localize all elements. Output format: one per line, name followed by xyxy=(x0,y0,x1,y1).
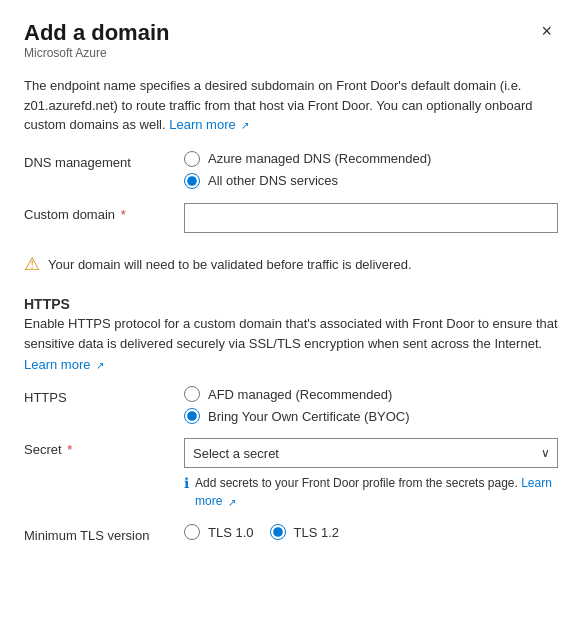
https-section: HTTPS Enable HTTPS protocol for a custom… xyxy=(24,296,558,372)
description-body: The endpoint name specifies a desired su… xyxy=(24,78,533,132)
tls12-option[interactable]: TLS 1.2 xyxy=(270,524,340,540)
https-byoc-option[interactable]: Bring Your Own Certificate (BYOC) xyxy=(184,408,558,424)
close-button[interactable]: × xyxy=(535,20,558,42)
https-external-link-icon: ↗ xyxy=(96,360,104,371)
tls10-label: TLS 1.0 xyxy=(208,525,254,540)
tls10-radio[interactable] xyxy=(184,524,200,540)
dns-azure-radio[interactable] xyxy=(184,151,200,167)
external-link-icon: ↗ xyxy=(241,120,249,131)
secret-info-text: Add secrets to your Front Door profile f… xyxy=(195,474,558,510)
https-label: HTTPS xyxy=(24,386,184,405)
warning-text: Your domain will need to be validated be… xyxy=(48,255,412,275)
page-subtitle: Microsoft Azure xyxy=(24,46,169,60)
https-radio-row: HTTPS AFD managed (Recommended) Bring Yo… xyxy=(24,386,558,424)
dns-azure-option[interactable]: Azure managed DNS (Recommended) xyxy=(184,151,558,167)
dns-azure-label: Azure managed DNS (Recommended) xyxy=(208,151,431,166)
dns-other-label: All other DNS services xyxy=(208,173,338,188)
dns-other-radio[interactable] xyxy=(184,173,200,189)
https-learn-more-wrapper: Learn more ↗ xyxy=(24,357,558,372)
secret-select[interactable]: Select a secret xyxy=(184,438,558,468)
dns-management-label: DNS management xyxy=(24,151,184,170)
https-section-title: HTTPS xyxy=(24,296,558,312)
info-icon: ℹ xyxy=(184,475,189,491)
tls-control: TLS 1.0 TLS 1.2 xyxy=(184,524,558,540)
tls12-label: TLS 1.2 xyxy=(294,525,340,540)
tls10-option[interactable]: TLS 1.0 xyxy=(184,524,254,540)
https-afd-radio[interactable] xyxy=(184,386,200,402)
tls-label: Minimum TLS version xyxy=(24,524,184,543)
secret-row: Secret * Select a secret ∨ ℹ Add secrets… xyxy=(24,438,558,510)
https-section-desc: Enable HTTPS protocol for a custom domai… xyxy=(24,314,558,353)
warning-icon: ⚠ xyxy=(24,255,40,273)
tls-row: Minimum TLS version TLS 1.0 TLS 1.2 xyxy=(24,524,558,543)
https-afd-option[interactable]: AFD managed (Recommended) xyxy=(184,386,558,402)
dns-management-options: Azure managed DNS (Recommended) All othe… xyxy=(184,151,558,189)
secret-label: Secret * xyxy=(24,438,184,457)
page-title: Add a domain xyxy=(24,20,169,46)
description-text: The endpoint name specifies a desired su… xyxy=(24,76,558,135)
warning-box: ⚠ Your domain will need to be validated … xyxy=(24,247,558,283)
secret-info-box: ℹ Add secrets to your Front Door profile… xyxy=(184,474,558,510)
dns-other-option[interactable]: All other DNS services xyxy=(184,173,558,189)
custom-domain-control xyxy=(184,203,558,233)
https-byoc-radio[interactable] xyxy=(184,408,200,424)
https-afd-label: AFD managed (Recommended) xyxy=(208,387,392,402)
secret-external-link-icon: ↗ xyxy=(228,497,236,508)
tls-options: TLS 1.0 TLS 1.2 xyxy=(184,524,558,540)
dns-management-row: DNS management Azure managed DNS (Recomm… xyxy=(24,151,558,189)
custom-domain-label: Custom domain * xyxy=(24,203,184,222)
title-block: Add a domain Microsoft Azure xyxy=(24,20,169,74)
secret-select-wrapper: Select a secret ∨ xyxy=(184,438,558,468)
https-learn-more-link[interactable]: Learn more ↗ xyxy=(24,357,104,372)
https-byoc-label: Bring Your Own Certificate (BYOC) xyxy=(208,409,410,424)
required-marker: * xyxy=(117,207,126,222)
panel-header: Add a domain Microsoft Azure × xyxy=(24,20,558,74)
custom-domain-input[interactable] xyxy=(184,203,558,233)
description-learn-more-link[interactable]: Learn more ↗ xyxy=(169,117,249,132)
custom-domain-row: Custom domain * xyxy=(24,203,558,233)
https-options: AFD managed (Recommended) Bring Your Own… xyxy=(184,386,558,424)
add-domain-panel: Add a domain Microsoft Azure × The endpo… xyxy=(0,0,582,617)
secret-required-marker: * xyxy=(64,442,73,457)
secret-control: Select a secret ∨ ℹ Add secrets to your … xyxy=(184,438,558,510)
tls12-radio[interactable] xyxy=(270,524,286,540)
